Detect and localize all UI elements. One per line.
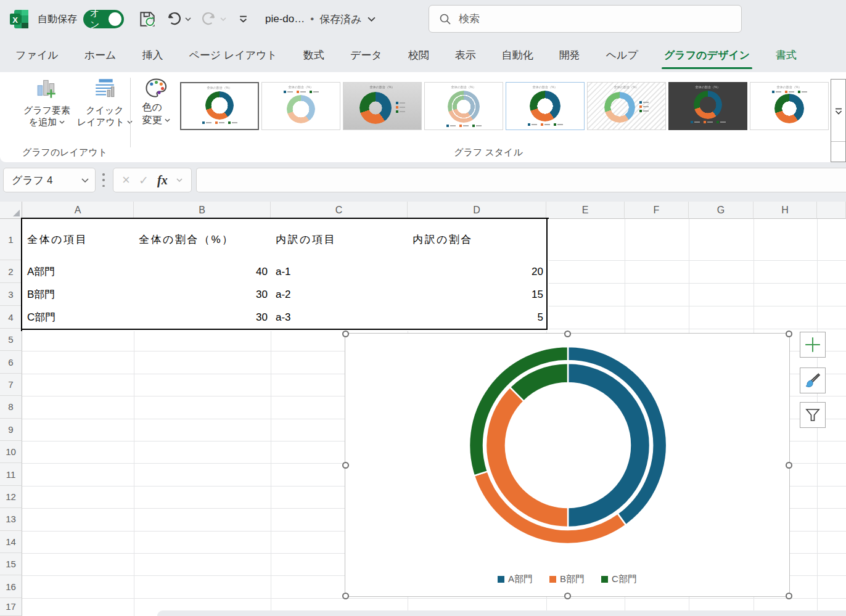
- cell-D4[interactable]: 5: [408, 306, 548, 330]
- cell-A2[interactable]: A部門: [22, 260, 135, 284]
- row-header-1[interactable]: 1: [0, 219, 22, 260]
- tab-書式[interactable]: 書式: [763, 38, 810, 72]
- chart-style-8[interactable]: 全体の割合（%）: [750, 82, 829, 130]
- tab-数式[interactable]: 数式: [290, 38, 337, 72]
- tab-ファイル[interactable]: ファイル: [2, 38, 72, 72]
- add-chart-element-button[interactable]: グラフ要素 を追加: [18, 76, 75, 143]
- chart-handle-top-left[interactable]: [342, 331, 349, 337]
- column-header-F[interactable]: F: [625, 202, 689, 219]
- cell-C1[interactable]: 内訳の項目: [271, 219, 409, 261]
- cell-C4[interactable]: a-3: [271, 306, 409, 330]
- cell-B1[interactable]: 全体の割合（%）: [134, 219, 272, 261]
- cell-C2[interactable]: a-1: [271, 260, 409, 284]
- chart-style-6[interactable]: 全体の割合（%）: [587, 82, 666, 130]
- tab-開発[interactable]: 開発: [546, 38, 593, 72]
- tab-グラフのデザイン[interactable]: グラフのデザイン: [651, 38, 763, 72]
- legend-item-B部門[interactable]: B部門: [549, 573, 585, 585]
- chart-style-7[interactable]: 全体の割合（%）: [668, 82, 747, 130]
- row-header-11[interactable]: 11: [0, 463, 22, 485]
- row-header-2[interactable]: 2: [0, 260, 22, 283]
- cell-B3[interactable]: 30: [134, 283, 272, 307]
- cancel-button[interactable]: ×: [122, 172, 130, 188]
- chart-handle-middle-right[interactable]: [786, 462, 792, 469]
- column-header-E[interactable]: E: [546, 202, 625, 219]
- row-header-14[interactable]: 14: [0, 531, 22, 553]
- chart-style-5[interactable]: 全体の割合（%）: [506, 82, 585, 130]
- save-button[interactable]: [138, 9, 157, 29]
- cell-A1[interactable]: 全体の項目: [22, 219, 135, 261]
- customize-toolbar-button[interactable]: [239, 15, 248, 23]
- tab-挿入[interactable]: 挿入: [129, 38, 176, 72]
- column-header-D[interactable]: D: [408, 202, 546, 219]
- insert-function-button[interactable]: fx: [157, 173, 168, 187]
- row-header-12[interactable]: 12: [0, 486, 22, 508]
- chart-area[interactable]: A部門B部門C部門: [345, 333, 790, 597]
- chart-handle-top-middle[interactable]: [564, 331, 571, 337]
- chart-handle-bottom-left[interactable]: [342, 593, 349, 599]
- gallery-more-button[interactable]: [831, 108, 845, 115]
- row-header-5[interactable]: 5: [0, 329, 22, 351]
- row-header-9[interactable]: 9: [0, 419, 22, 441]
- cell-D1[interactable]: 内訳の割合: [408, 219, 548, 261]
- row-header-16[interactable]: 16: [0, 575, 22, 598]
- chart-styles-button[interactable]: [800, 368, 826, 393]
- chart-style-4[interactable]: 全体の割合（%）: [424, 82, 503, 130]
- tab-ホーム[interactable]: ホーム: [72, 38, 129, 72]
- chart-style-2[interactable]: 全体の割合（%）: [261, 82, 340, 130]
- column-header-A[interactable]: A: [22, 202, 134, 219]
- row-header-13[interactable]: 13: [0, 508, 22, 530]
- chart-handle-middle-left[interactable]: [342, 462, 349, 469]
- cell-D3[interactable]: 15: [408, 283, 548, 307]
- enter-button[interactable]: ✓: [139, 173, 149, 187]
- excel-logo-icon[interactable]: X: [9, 9, 30, 30]
- tab-ヘルプ[interactable]: ヘルプ: [593, 38, 651, 72]
- row-header-3[interactable]: 3: [0, 283, 22, 306]
- tab-表示[interactable]: 表示: [442, 38, 489, 72]
- row-header-8[interactable]: 8: [0, 396, 22, 418]
- search-box[interactable]: 検索: [429, 5, 742, 33]
- fx-chevron-icon[interactable]: [176, 178, 183, 182]
- tab-データ[interactable]: データ: [337, 38, 395, 72]
- column-header-B[interactable]: B: [134, 202, 271, 219]
- chart-handle-bottom-right[interactable]: [786, 593, 792, 599]
- row-header-15[interactable]: 15: [0, 553, 22, 575]
- row-header-10[interactable]: 10: [0, 441, 22, 463]
- column-header-extra[interactable]: [817, 202, 846, 219]
- cell-B4[interactable]: 30: [134, 306, 272, 330]
- row-header-7[interactable]: 7: [0, 374, 22, 396]
- select-all-corner[interactable]: [0, 202, 22, 219]
- doughnut-chart[interactable]: [345, 334, 789, 596]
- chart-filters-button[interactable]: [800, 402, 826, 428]
- undo-button[interactable]: [165, 10, 191, 28]
- cell-C3[interactable]: a-2: [271, 283, 409, 307]
- row-header-4[interactable]: 4: [0, 306, 22, 329]
- autosave-toggle[interactable]: オン: [83, 10, 124, 28]
- row-header-6[interactable]: 6: [0, 351, 22, 373]
- name-box[interactable]: グラフ 4: [3, 168, 96, 192]
- redo-button[interactable]: [200, 10, 226, 28]
- file-name-menu[interactable]: pie-do… • 保存済み: [265, 12, 376, 27]
- chart-handle-top-right[interactable]: [786, 331, 792, 337]
- quick-layout-button[interactable]: クイック レイアウト: [76, 76, 133, 143]
- formula-bar-drag-handle[interactable]: [102, 173, 105, 187]
- tab-自動化[interactable]: 自動化: [489, 38, 546, 72]
- column-header-G[interactable]: G: [689, 202, 754, 219]
- chart-style-1[interactable]: 全体の割合（%）: [180, 82, 259, 130]
- column-header-C[interactable]: C: [271, 202, 408, 219]
- tab-ページ レイアウト[interactable]: ページ レイアウト: [176, 38, 290, 72]
- legend-item-C部門[interactable]: C部門: [601, 573, 637, 585]
- cell-A3[interactable]: B部門: [22, 283, 135, 307]
- legend-item-A部門[interactable]: A部門: [498, 573, 533, 585]
- cell-D2[interactable]: 20: [408, 260, 548, 284]
- formula-input[interactable]: [196, 168, 846, 192]
- chart-handle-bottom-middle[interactable]: [564, 593, 571, 599]
- chart-style-3[interactable]: 全体の割合（%）: [343, 82, 422, 130]
- column-header-H[interactable]: H: [754, 202, 817, 219]
- tab-校閲[interactable]: 校閲: [395, 38, 442, 72]
- sheet-tab-strip[interactable]: [157, 610, 846, 616]
- cell-B2[interactable]: 40: [134, 260, 272, 284]
- cell-A4[interactable]: C部門: [22, 306, 135, 330]
- chart-legend[interactable]: A部門B部門C部門: [345, 573, 789, 585]
- row-header-17[interactable]: 17: [0, 598, 22, 616]
- change-colors-button[interactable]: 色の 変更: [134, 76, 178, 143]
